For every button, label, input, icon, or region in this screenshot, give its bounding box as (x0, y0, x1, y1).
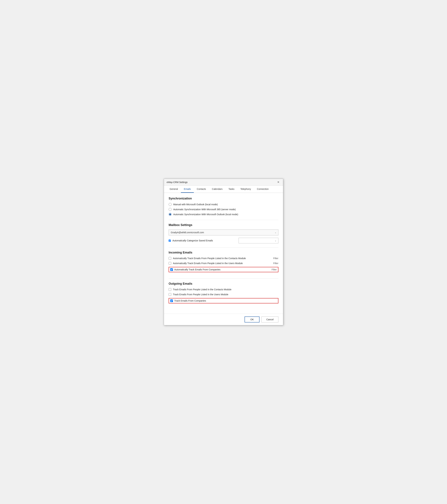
outgoing-users-checkbox[interactable] (169, 293, 171, 296)
outgoing-users-row: Track Emails From People Listed in the U… (169, 293, 278, 296)
sync-radio-outlook[interactable] (169, 213, 172, 216)
content-area: Synchronization Manual with Microsoft Ou… (164, 193, 283, 314)
outgoing-contacts-checkbox[interactable] (169, 288, 171, 291)
sync-radio-group: Manual with Microsoft Outlook (local mod… (169, 203, 278, 216)
window-title: eWay-CRM Settings (167, 181, 188, 183)
incoming-users-left: Automatically Track Emails From People L… (169, 262, 243, 265)
incoming-companies-filter[interactable]: Filter (272, 268, 277, 271)
outgoing-companies-left: Track Emails From Companies (170, 299, 206, 302)
outgoing-companies-label: Track Emails From Companies (174, 299, 206, 302)
close-button[interactable]: ✕ (276, 180, 280, 184)
sync-option-outlook[interactable]: Automatic Synchronization With Microsoft… (169, 213, 278, 216)
incoming-section: Incoming Emails Automatically Track Emai… (169, 251, 278, 274)
outgoing-contacts-row: Track Emails From People Listed in the C… (169, 288, 278, 291)
incoming-contacts-checkbox[interactable] (169, 257, 171, 260)
incoming-title: Incoming Emails (169, 251, 278, 254)
incoming-companies-left: Automatically Track Emails From Companie… (170, 268, 220, 271)
title-bar: eWay-CRM Settings ✕ (164, 179, 283, 186)
tab-tasks[interactable]: Tasks (226, 186, 237, 193)
auto-categorize-checkbox[interactable] (169, 240, 171, 242)
tab-connection[interactable]: Connection (254, 186, 272, 193)
incoming-users-checkbox[interactable] (169, 262, 171, 265)
incoming-contacts-label: Automatically Track Emails From People L… (173, 257, 246, 260)
outgoing-contacts-label: Track Emails From People Listed in the C… (173, 288, 232, 291)
synchronization-title: Synchronization (169, 197, 278, 200)
email-dropdown-container: GradyA@whklt.onmicrosoft.com ⌄ (169, 230, 278, 235)
incoming-contacts-filter[interactable]: Filter (273, 257, 278, 260)
tab-emails[interactable]: Emails (181, 186, 194, 193)
sync-option-365[interactable]: Automatic Synchronization With Microsoft… (169, 208, 278, 211)
mailbox-section: Mailbox Settings GradyA@whklt.onmicrosof… (169, 223, 278, 243)
auto-categorize-label: Automatically Categorize Saved Emails (172, 239, 237, 242)
tab-telephony[interactable]: Telephony (237, 186, 254, 193)
outgoing-companies-highlighted: Track Emails From Companies (169, 298, 278, 303)
incoming-companies-checkbox[interactable] (170, 268, 173, 271)
incoming-companies-label: Automatically Track Emails From Companie… (174, 268, 220, 271)
tab-general[interactable]: General (167, 186, 181, 193)
synchronization-section: Synchronization Manual with Microsoft Ou… (169, 197, 278, 216)
footer: OK Cancel (164, 314, 283, 325)
category-dropdown-container: ⌄ (239, 238, 278, 243)
ok-button[interactable]: OK (245, 317, 259, 323)
outgoing-title: Outgoing Emails (169, 282, 278, 286)
tab-bar: General Emails Contacts Calendars Tasks … (164, 186, 283, 193)
sync-radio-365[interactable] (169, 208, 172, 211)
sync-option-manual[interactable]: Manual with Microsoft Outlook (local mod… (169, 203, 278, 206)
outgoing-section: Outgoing Emails Track Emails From People… (169, 282, 278, 306)
outgoing-contacts-left: Track Emails From People Listed in the C… (169, 288, 232, 291)
category-dropdown[interactable] (239, 238, 278, 243)
incoming-contacts-row: Automatically Track Emails From People L… (169, 257, 278, 260)
incoming-users-label: Automatically Track Emails From People L… (173, 262, 243, 265)
divider-2 (169, 247, 278, 248)
incoming-contacts-left: Automatically Track Emails From People L… (169, 257, 246, 260)
categorize-row: Automatically Categorize Saved Emails ⌄ (169, 238, 278, 243)
mailbox-title: Mailbox Settings (169, 223, 278, 227)
sync-365-label: Automatic Synchronization With Microsoft… (173, 208, 236, 211)
incoming-users-filter[interactable]: Filter (273, 262, 278, 265)
sync-manual-label: Manual with Microsoft Outlook (local mod… (173, 203, 218, 206)
incoming-companies-row: Automatically Track Emails From Companie… (169, 267, 278, 274)
incoming-companies-highlighted: Automatically Track Emails From Companie… (169, 267, 278, 272)
incoming-users-row: Automatically Track Emails From People L… (169, 262, 278, 265)
outgoing-users-label: Track Emails From People Listed in the U… (173, 293, 228, 296)
sync-radio-manual[interactable] (169, 203, 172, 206)
sync-outlook-label: Automatic Synchronization With Microsoft… (173, 213, 238, 216)
cancel-button[interactable]: Cancel (261, 317, 278, 323)
settings-window: eWay-CRM Settings ✕ General Emails Conta… (164, 179, 283, 325)
email-dropdown[interactable]: GradyA@whklt.onmicrosoft.com (169, 230, 278, 235)
outgoing-users-left: Track Emails From People Listed in the U… (169, 293, 228, 296)
tab-calendars[interactable]: Calendars (209, 186, 226, 193)
outgoing-companies-row: Track Emails From Companies (169, 298, 278, 306)
outgoing-companies-checkbox[interactable] (170, 299, 173, 302)
tab-contacts[interactable]: Contacts (194, 186, 209, 193)
